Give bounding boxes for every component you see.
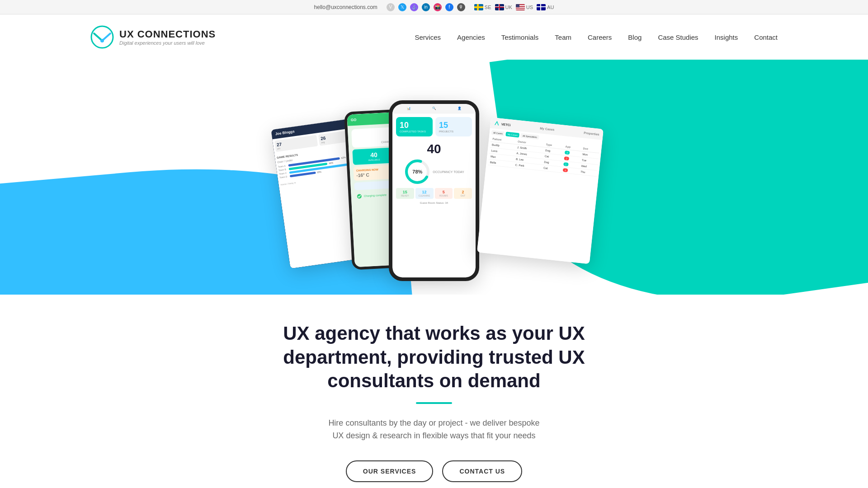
instagram-icon[interactable]: 📸 [434, 3, 442, 11]
mockup-right: VETCi My Cases Properties All Cases My C… [477, 117, 604, 264]
right-screen-vet-title: VETCi [501, 122, 511, 127]
right-screen-props-title: Properties [584, 131, 599, 136]
site-header: UX CONNECTIONS Digital experiences your … [0, 14, 868, 60]
hero-section: Joe Bloggs 27 pts 26 avg GAME RESULTS Ov… [0, 60, 868, 295]
linkedin-icon[interactable]: in [422, 3, 430, 11]
hero-text-section: UX agency that works as your UX departme… [0, 295, 868, 488]
email-link[interactable]: hello@uxconnections.com [314, 4, 377, 10]
contact-us-button[interactable]: CONTACT US [442, 460, 522, 482]
nav-testimonials[interactable]: Testimonials [501, 33, 539, 41]
hero-mockups: Joe Bloggs 27 pts 26 avg GAME RESULTS Ov… [253, 73, 615, 290]
main-nav: Services Agencies Testimonials Team Care… [415, 33, 778, 41]
flag-us-icon [516, 4, 525, 10]
language-switcher: SE UK US AU [474, 4, 554, 10]
our-services-button[interactable]: OUR SERVICES [346, 460, 434, 482]
flag-uk-icon [495, 4, 504, 10]
nav-contact[interactable]: Contact [754, 33, 778, 41]
svg-point-3 [100, 39, 104, 42]
nav-services[interactable]: Services [415, 33, 441, 41]
hero-divider [416, 402, 452, 404]
hero-buttons: OUR SERVICES CONTACT US [0, 460, 868, 482]
podcast-icon[interactable]: 🎙 [457, 3, 465, 11]
lang-uk[interactable]: UK [495, 4, 512, 10]
nav-case-studies[interactable]: Case Studies [658, 33, 698, 41]
flag-au-icon [537, 4, 546, 10]
logo-text: UX CONNECTIONS Digital experiences your … [119, 28, 216, 46]
lang-se[interactable]: SE [474, 4, 491, 10]
twitter-icon[interactable]: 𝕏 [398, 3, 406, 11]
logo-icon [90, 25, 114, 49]
logo-subtitle: Digital experiences your users will love [119, 40, 216, 46]
lang-au[interactable]: AU [537, 4, 554, 10]
vimeo-icon[interactable]: V [387, 3, 395, 11]
nav-blog[interactable]: Blog [628, 33, 642, 41]
logo-area[interactable]: UX CONNECTIONS Digital experiences your … [90, 25, 216, 49]
svg-point-0 [91, 26, 113, 48]
facebook-icon[interactable]: f [445, 3, 453, 11]
logo-title: UX CONNECTIONS [119, 28, 216, 40]
mockup-center: 📊🔍👤 10 COMPLETED TASKS 15 PROJECTS [389, 100, 479, 281]
hero-headline: UX agency that works as your UX departme… [249, 322, 619, 393]
nav-careers[interactable]: Careers [588, 33, 612, 41]
nav-agencies[interactable]: Agencies [457, 33, 485, 41]
flag-se-icon [474, 4, 483, 10]
right-screen-cases-label: My Cases [540, 127, 555, 131]
social-icons: V 𝕏 ⚓ in 📸 f 🎙 [387, 3, 465, 11]
top-bar: hello@uxconnections.com V 𝕏 ⚓ in 📸 f 🎙 S… [0, 0, 868, 14]
lang-us[interactable]: US [516, 4, 533, 10]
nav-team[interactable]: Team [555, 33, 571, 41]
hero-subtext: Hire consultants by the day or project -… [298, 417, 570, 443]
nav-insights[interactable]: Insights [715, 33, 738, 41]
anchor-icon[interactable]: ⚓ [410, 3, 418, 11]
